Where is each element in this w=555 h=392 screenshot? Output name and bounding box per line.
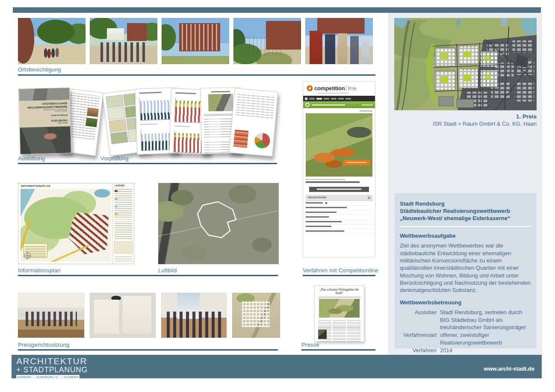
prize-award: 1. Preis	[394, 113, 537, 120]
building-blocks-pattern	[69, 212, 109, 254]
section-underline	[301, 349, 375, 351]
caption-vorpruefung: Vorprüfung	[100, 155, 129, 162]
website-button	[309, 187, 369, 192]
legend-footer-lines	[115, 255, 132, 261]
informationsplan-sheet: INFORMATIONSPLAN LEGENDE	[18, 183, 134, 264]
nav-item-bar-active	[316, 98, 322, 100]
logo-tagline-bar	[318, 93, 348, 94]
text-line-bar	[174, 125, 190, 127]
photo-ortsbesichtigung-1	[18, 18, 86, 64]
betreuung-list: Auslober Stadt Rendsburg, vertreten durc…	[400, 309, 531, 354]
aufgabe-text: Ziel des anonymen Wettbewerbes war die s…	[400, 242, 531, 294]
compass-icon	[24, 252, 31, 259]
cover-aerial-image-top	[19, 88, 70, 101]
cover-city: Stadt Rendsburg	[31, 114, 67, 117]
banner-text-bar	[362, 104, 373, 106]
caption-competitionline: Verfahren mit Competitionline	[303, 267, 378, 274]
winning-masterplan-image	[394, 18, 537, 110]
legend-color-chip	[115, 206, 118, 207]
row-label: Auslober	[400, 309, 437, 331]
competitionline-screenshot: competition line	[303, 81, 375, 257]
data-row	[306, 210, 372, 215]
row-value: offener, zweistufiger Realisierungswettb…	[440, 331, 531, 346]
logo-divider	[346, 85, 346, 91]
banner-text-bar	[312, 104, 345, 106]
data-row	[306, 201, 372, 206]
plan-image-placeholder	[208, 94, 233, 111]
photo-ortsbesichtigung-3	[162, 18, 229, 64]
document-photo-thumbnail	[87, 108, 99, 117]
caption-informationsplan: Informationsplan	[18, 267, 60, 274]
nav-item-bar	[324, 98, 329, 100]
aufgabe-heading: Wettbewerbsaufgabe	[400, 233, 531, 239]
website-navbar	[303, 96, 375, 101]
text-line-bar	[175, 92, 196, 94]
nav-item-bar	[309, 98, 315, 100]
map-legend: LEGENDE	[112, 183, 134, 264]
divider-rule	[400, 226, 531, 227]
row-label: Verfahrensart	[400, 331, 437, 346]
photo-ortsbesichtigung-4	[233, 18, 301, 64]
newspaper-clipping: „Das schönste Wohngebiet der Stadt“	[314, 285, 364, 342]
prize-caption: 1. Preis ISR Stadt + Raum GmbH & Co. KG,…	[394, 113, 537, 127]
project-title-line: Stadt Rendsburg	[400, 200, 531, 207]
map-thumbnail	[107, 107, 125, 120]
text-line-bar	[360, 110, 372, 112]
landuse-map	[21, 189, 111, 262]
competitionline-logo-icon	[307, 85, 313, 91]
map-thumbnail	[110, 131, 128, 144]
betreuung-row: Verfahrensart offener, zweistufiger Real…	[400, 331, 531, 346]
heatmap-plan-placeholder	[233, 130, 248, 148]
site-boundary-outline	[158, 183, 279, 264]
logo-cities-strip: HAMBURG OLDENBURG i.H. SCHWERIN	[16, 375, 80, 379]
banner-icon	[305, 103, 310, 107]
text-line-bar	[140, 123, 157, 125]
data-row	[306, 229, 372, 234]
projektdaten-title: PROJEKTDATEN	[308, 197, 326, 199]
bar-chart-placeholder	[139, 97, 174, 121]
betreuung-row: Verfahren 2014	[400, 347, 531, 354]
photo-preisgericht-1	[18, 293, 84, 338]
text-column	[333, 319, 346, 342]
cover-aerial-image-bottom	[20, 126, 71, 154]
logo-line: + STADTPLANUNG	[16, 365, 88, 374]
legend-color-chip	[115, 213, 118, 215]
logo-word: competition	[314, 85, 345, 91]
text-lines-placeholder	[235, 92, 275, 118]
logo-word: line	[348, 85, 356, 91]
legend-title: LEGENDE	[115, 185, 129, 187]
project-title-line: „Neuwerk-West/ ehemalige Eiderkaserne“	[400, 215, 531, 222]
company-logo: ARCHITEKTUR + STADTPLANUNG HAMBURG OLDEN…	[16, 357, 88, 379]
cover-subtitle: NEUWERK-WEST / EHEMALIGE EIDERKASERNE	[38, 109, 67, 112]
data-row	[306, 224, 372, 229]
caption-auslobung: Auslobung	[18, 155, 45, 162]
website-banner	[303, 101, 375, 108]
text-column	[347, 319, 360, 342]
nav-item-bar	[338, 98, 344, 100]
betreuung-heading: Wettbewerbsbetreuung	[400, 299, 531, 306]
nav-item-bar	[345, 98, 351, 100]
newspaper-photo	[318, 330, 327, 339]
section-underline	[18, 349, 278, 351]
project-info-box: Stadt Rendsburg Städtebaulicher Realisie…	[395, 193, 537, 348]
prize-winner: ISR Stadt + Raum GmbH & Co. KG, Haan	[394, 121, 537, 127]
project-rendering-image	[306, 113, 372, 177]
photo-ortsbesichtigung-2	[90, 18, 157, 64]
caption-preisgerichtssitzung: Preisgerichtssitzung	[18, 342, 69, 348]
map-thumbnail	[109, 119, 127, 132]
presentation-board: Ortsbesichtigung STÄDTEBAULICHER REALISI…	[0, 0, 555, 392]
button-text-bar	[317, 189, 361, 190]
data-row	[306, 206, 372, 210]
home-icon	[305, 97, 307, 100]
logo-line: ARCHITEKTUR	[16, 357, 88, 365]
legend-project-box	[114, 242, 133, 253]
newspaper-rendering-image	[319, 299, 360, 318]
cover-date: April 2014	[28, 122, 68, 125]
map-sheet-title: INFORMATIONSPLAN	[21, 185, 50, 187]
newspaper-subline-bar	[318, 297, 360, 298]
competitionline-logo: competition line	[307, 85, 372, 91]
luftbild-aerial-photo	[158, 183, 279, 264]
nav-item-bar	[331, 98, 337, 100]
website-url: www.archi-stadt.de	[484, 365, 534, 372]
data-row	[306, 220, 372, 224]
